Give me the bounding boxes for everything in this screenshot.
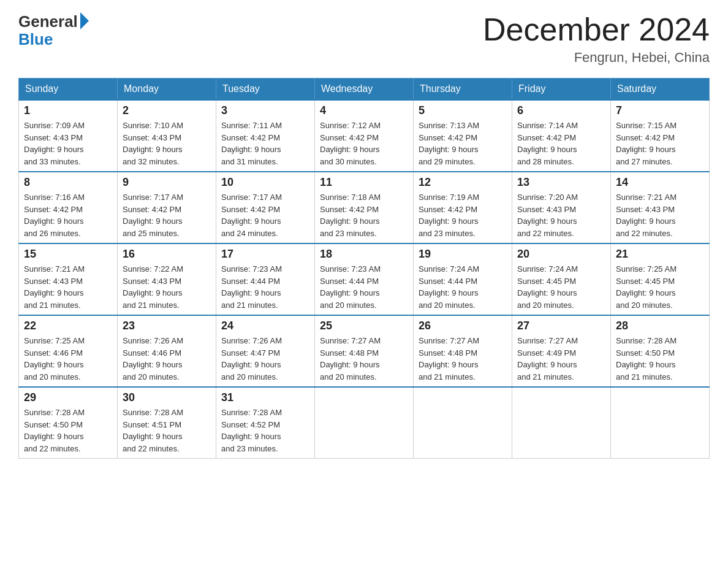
day-info: Sunrise: 7:18 AMSunset: 4:42 PMDaylight:… [320,191,408,239]
day-number: 16 [123,248,211,261]
weekday-header-tuesday: Tuesday [216,79,315,101]
calendar-header: SundayMondayTuesdayWednesdayThursdayFrid… [19,79,710,101]
day-number: 30 [123,391,211,404]
page-header: General Blue December 2024 Fengrun, Hebe… [18,12,710,66]
day-number: 7 [616,104,704,117]
location-text: Fengrun, Hebei, China [483,50,710,66]
day-number: 13 [517,176,605,189]
calendar-cell [512,387,611,459]
weekday-header-sunday: Sunday [19,79,118,101]
calendar-cell [315,387,414,459]
day-info: Sunrise: 7:24 AMSunset: 4:44 PMDaylight:… [419,263,507,311]
weekday-header-friday: Friday [512,79,611,101]
day-number: 27 [517,320,605,332]
day-info: Sunrise: 7:28 AMSunset: 4:50 PMDaylight:… [24,407,112,454]
calendar-cell: 24Sunrise: 7:26 AMSunset: 4:47 PMDayligh… [216,315,315,387]
calendar-cell: 30Sunrise: 7:28 AMSunset: 4:51 PMDayligh… [118,387,216,459]
calendar-cell: 5Sunrise: 7:13 AMSunset: 4:42 PMDaylight… [414,100,512,172]
day-number: 24 [221,320,309,332]
calendar-cell: 9Sunrise: 7:17 AMSunset: 4:42 PMDaylight… [118,172,216,243]
calendar-cell: 15Sunrise: 7:21 AMSunset: 4:43 PMDayligh… [19,243,118,315]
calendar-cell: 28Sunrise: 7:28 AMSunset: 4:50 PMDayligh… [611,315,710,387]
calendar-week-3: 15Sunrise: 7:21 AMSunset: 4:43 PMDayligh… [19,243,710,315]
day-info: Sunrise: 7:28 AMSunset: 4:52 PMDaylight:… [221,407,309,454]
day-info: Sunrise: 7:13 AMSunset: 4:42 PMDaylight:… [419,120,507,167]
day-info: Sunrise: 7:11 AMSunset: 4:42 PMDaylight:… [221,120,309,167]
calendar-cell: 6Sunrise: 7:14 AMSunset: 4:42 PMDaylight… [512,100,611,172]
calendar-cell: 4Sunrise: 7:12 AMSunset: 4:42 PMDaylight… [315,100,414,172]
day-number: 6 [517,104,605,117]
calendar-cell: 1Sunrise: 7:09 AMSunset: 4:43 PMDaylight… [19,100,118,172]
day-number: 11 [320,176,408,189]
day-info: Sunrise: 7:19 AMSunset: 4:42 PMDaylight:… [419,191,507,239]
day-info: Sunrise: 7:25 AMSunset: 4:46 PMDaylight:… [24,335,112,383]
day-info: Sunrise: 7:15 AMSunset: 4:42 PMDaylight:… [616,120,704,167]
day-number: 12 [419,176,507,189]
logo-triangle-icon [80,12,89,29]
day-number: 5 [419,104,507,117]
day-number: 14 [616,176,704,189]
day-number: 20 [517,248,605,261]
calendar-cell: 21Sunrise: 7:25 AMSunset: 4:45 PMDayligh… [611,243,710,315]
day-number: 15 [24,248,112,261]
calendar-cell [414,387,512,459]
day-info: Sunrise: 7:27 AMSunset: 4:48 PMDaylight:… [419,335,507,383]
calendar-cell: 7Sunrise: 7:15 AMSunset: 4:42 PMDaylight… [611,100,710,172]
day-info: Sunrise: 7:26 AMSunset: 4:46 PMDaylight:… [123,335,211,383]
calendar-cell: 3Sunrise: 7:11 AMSunset: 4:42 PMDaylight… [216,100,315,172]
weekday-header-thursday: Thursday [414,79,512,101]
day-info: Sunrise: 7:14 AMSunset: 4:42 PMDaylight:… [517,120,605,167]
day-info: Sunrise: 7:12 AMSunset: 4:42 PMDaylight:… [320,120,408,167]
day-number: 26 [419,320,507,332]
logo-general-text: General [18,12,78,31]
day-number: 4 [320,104,408,117]
day-number: 23 [123,320,211,332]
calendar-body: 1Sunrise: 7:09 AMSunset: 4:43 PMDaylight… [19,100,710,459]
logo-blue-text: Blue [18,30,53,49]
calendar-cell: 14Sunrise: 7:21 AMSunset: 4:43 PMDayligh… [611,172,710,243]
day-number: 3 [221,104,309,117]
day-number: 9 [123,176,211,189]
day-info: Sunrise: 7:23 AMSunset: 4:44 PMDaylight:… [221,263,309,311]
day-info: Sunrise: 7:28 AMSunset: 4:50 PMDaylight:… [616,335,704,383]
day-info: Sunrise: 7:17 AMSunset: 4:42 PMDaylight:… [221,191,309,239]
day-number: 2 [123,104,211,117]
day-number: 8 [24,176,112,189]
weekday-header-saturday: Saturday [611,79,710,101]
calendar-week-2: 8Sunrise: 7:16 AMSunset: 4:42 PMDaylight… [19,172,710,243]
day-number: 28 [616,320,704,332]
day-info: Sunrise: 7:25 AMSunset: 4:45 PMDaylight:… [616,263,704,311]
day-info: Sunrise: 7:09 AMSunset: 4:43 PMDaylight:… [24,120,112,167]
day-number: 10 [221,176,309,189]
calendar-cell: 31Sunrise: 7:28 AMSunset: 4:52 PMDayligh… [216,387,315,459]
calendar-cell: 12Sunrise: 7:19 AMSunset: 4:42 PMDayligh… [414,172,512,243]
calendar-cell: 8Sunrise: 7:16 AMSunset: 4:42 PMDaylight… [19,172,118,243]
calendar-cell: 19Sunrise: 7:24 AMSunset: 4:44 PMDayligh… [414,243,512,315]
day-info: Sunrise: 7:24 AMSunset: 4:45 PMDaylight:… [517,263,605,311]
calendar-week-5: 29Sunrise: 7:28 AMSunset: 4:50 PMDayligh… [19,387,710,459]
logo: General Blue [18,12,89,49]
day-number: 25 [320,320,408,332]
day-info: Sunrise: 7:21 AMSunset: 4:43 PMDaylight:… [616,191,704,239]
calendar-cell: 2Sunrise: 7:10 AMSunset: 4:43 PMDaylight… [118,100,216,172]
day-info: Sunrise: 7:23 AMSunset: 4:44 PMDaylight:… [320,263,408,311]
calendar-cell: 25Sunrise: 7:27 AMSunset: 4:48 PMDayligh… [315,315,414,387]
day-number: 17 [221,248,309,261]
calendar-week-1: 1Sunrise: 7:09 AMSunset: 4:43 PMDaylight… [19,100,710,172]
day-number: 19 [419,248,507,261]
day-number: 22 [24,320,112,332]
day-info: Sunrise: 7:27 AMSunset: 4:48 PMDaylight:… [320,335,408,383]
calendar-cell: 23Sunrise: 7:26 AMSunset: 4:46 PMDayligh… [118,315,216,387]
day-info: Sunrise: 7:20 AMSunset: 4:43 PMDaylight:… [517,191,605,239]
calendar-cell: 16Sunrise: 7:22 AMSunset: 4:43 PMDayligh… [118,243,216,315]
calendar-table: SundayMondayTuesdayWednesdayThursdayFrid… [18,78,710,459]
calendar-cell: 18Sunrise: 7:23 AMSunset: 4:44 PMDayligh… [315,243,414,315]
day-info: Sunrise: 7:22 AMSunset: 4:43 PMDaylight:… [123,263,211,311]
day-info: Sunrise: 7:21 AMSunset: 4:43 PMDaylight:… [24,263,112,311]
day-number: 18 [320,248,408,261]
calendar-cell: 10Sunrise: 7:17 AMSunset: 4:42 PMDayligh… [216,172,315,243]
calendar-cell: 13Sunrise: 7:20 AMSunset: 4:43 PMDayligh… [512,172,611,243]
calendar-cell: 26Sunrise: 7:27 AMSunset: 4:48 PMDayligh… [414,315,512,387]
day-number: 1 [24,104,112,117]
day-info: Sunrise: 7:27 AMSunset: 4:49 PMDaylight:… [517,335,605,383]
